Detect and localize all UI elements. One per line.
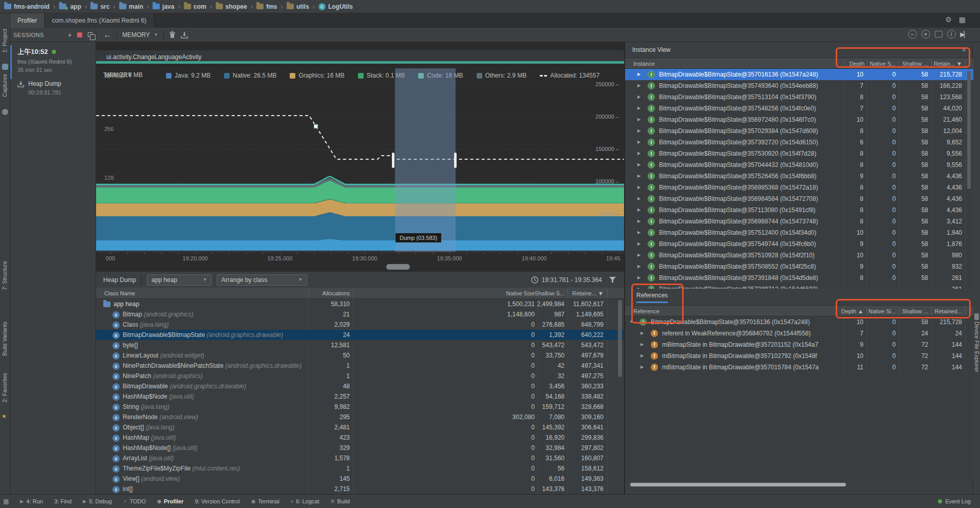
expand-arrow-icon[interactable]: ▶: [637, 238, 640, 250]
table-row[interactable]: cHashMap$Node (java.util)2,257054,168338…: [96, 391, 624, 402]
table-row[interactable]: app heap58,3101,500,2312,499,98411,602,6…: [96, 299, 624, 309]
heap-table-header[interactable]: Class NameAllocationsNative SizeShallow …: [96, 288, 624, 299]
expand-arrow-icon[interactable]: ▶: [637, 137, 640, 148]
table-row[interactable]: cHashMap$Node[] (java.util)329032,984297…: [96, 443, 624, 453]
breadcrumb-item-LogUtils[interactable]: CLogUtils: [318, 3, 353, 10]
selection-handle-right[interactable]: [454, 153, 457, 168]
column-shallow[interactable]: Shallow ...: [902, 58, 928, 69]
table-row[interactable]: cRenderNode (android.view)295302,0807,08…: [96, 412, 624, 422]
refs-splitter-grip[interactable]: •••••: [689, 286, 703, 291]
instance-row[interactable]: ▶IBitmapDrawable$BitmapState@356988744 (…: [625, 216, 973, 227]
expand-arrow-icon[interactable]: ▶: [637, 80, 640, 91]
instance-row[interactable]: ▶IBitmapDrawable$BitmapState@357548256 (…: [625, 103, 973, 114]
table-row[interactable]: cThemeZipFile$MyZipFile (miui.content.re…: [96, 463, 624, 474]
table-row[interactable]: cObject[] (java.lang)2,4810145,392306,64…: [96, 422, 624, 432]
expand-arrow-icon[interactable]: ▶: [637, 103, 640, 114]
statusbar-item-todo[interactable]: ✓TODO: [123, 498, 146, 504]
instance-row[interactable]: ▶IBitmapDrawable$BitmapState@357044432 (…: [625, 159, 973, 171]
table-row[interactable]: cView[] (android.view)14506,016149,363: [96, 474, 624, 484]
reference-row[interactable]: ▶fmBitmapState in BitmapDrawable@3572011…: [625, 339, 973, 350]
statusbar-item-6-logcat[interactable]: ≡6: Logcat: [291, 498, 319, 504]
table-row[interactable]: cNinePatchDrawable$NinePatchState (andro…: [96, 361, 624, 371]
instance-row[interactable]: ▶IBitmapDrawable$BitmapState@357508552 (…: [625, 261, 973, 272]
instance-row[interactable]: ▶IBitmapDrawable$BitmapState@357526456 (…: [625, 171, 973, 182]
expand-arrow-icon[interactable]: ▶: [637, 250, 640, 261]
heap-dump-icon[interactable]: [181, 31, 188, 39]
event-log-button[interactable]: Event Log: [938, 498, 971, 504]
column-retained-size[interactable]: Retaine... ▼: [572, 288, 604, 299]
sidebar-item-1-project[interactable]: 1: Project: [2, 29, 8, 52]
expand-arrow-icon[interactable]: ▼: [629, 316, 633, 328]
statusbar-item-5-debug[interactable]: ▶5: Debug: [83, 498, 112, 504]
stop-session-button[interactable]: [77, 32, 82, 37]
table-row[interactable]: cint[]2,7150143,376143,376: [96, 484, 624, 494]
column-native-size[interactable]: Native Size: [506, 288, 535, 299]
table-row[interactable]: cbyte[]12,5810543,472543,472: [96, 340, 624, 350]
expand-arrow-icon[interactable]: ▶: [637, 227, 640, 238]
expand-arrow-icon[interactable]: ▶: [637, 159, 640, 171]
breadcrumb-item-shopee[interactable]: shopee: [216, 3, 247, 10]
table-row[interactable]: cLinearLayout (android.widget)50033,7504…: [96, 350, 624, 361]
import-session-icon[interactable]: [88, 32, 92, 37]
expand-arrow-icon[interactable]: ▶: [637, 171, 640, 182]
statusbar-item-9-version-control[interactable]: 9: Version Control: [195, 498, 239, 504]
profiler-type-dropdown[interactable]: MEMORY▼: [122, 31, 158, 39]
breadcrumb-item-main[interactable]: main: [119, 3, 143, 10]
expand-arrow-icon[interactable]: ▶: [637, 91, 640, 103]
expand-arrow-icon[interactable]: ▶: [637, 216, 640, 227]
back-arrow-button[interactable]: ←: [103, 30, 111, 40]
toolwindow-toggle-icon[interactable]: ▦: [3, 498, 9, 505]
expand-arrow-icon[interactable]: ▶: [637, 261, 640, 272]
column-depth[interactable]: Depth ▲: [841, 306, 863, 317]
info-icon[interactable]: i: [947, 30, 956, 39]
instance-row[interactable]: ▶IBitmapDrawable$BitmapState@357391848 (…: [625, 272, 973, 284]
instance-row[interactable]: ▶IBitmapDrawable$BitmapState@357113080 (…: [625, 204, 973, 216]
references-hscrollbar[interactable]: [630, 483, 846, 486]
reference-row[interactable]: ▶freferent in WeakReference@356840792 (0…: [625, 328, 973, 339]
trash-icon[interactable]: [169, 31, 176, 39]
heap-dump-selection-range[interactable]: [395, 68, 456, 252]
instance-row[interactable]: ▶IBitmapDrawable$BitmapState@357530920 (…: [625, 148, 973, 159]
instance-table-header[interactable]: InstanceDepthNative S...Shallow ...Retai…: [625, 58, 973, 69]
sidebar-item-7-structure[interactable]: 7: Structure: [2, 261, 8, 290]
column-shallow[interactable]: Shallow ...: [902, 306, 928, 317]
expand-arrow-icon[interactable]: ▶: [640, 362, 644, 373]
go-live-icon[interactable]: ▶▏: [960, 31, 968, 38]
instance-row[interactable]: ▶IBitmapDrawable$BitmapState@357510928 (…: [625, 250, 973, 261]
expand-arrow-icon[interactable]: ▶: [637, 114, 640, 125]
expand-arrow-icon[interactable]: ▶: [637, 272, 640, 284]
instance-row[interactable]: ▶IBitmapDrawable$BitmapState@357029384 (…: [625, 125, 973, 137]
statusbar-item-profiler[interactable]: ◉Profiler: [157, 498, 183, 504]
expand-arrow-icon[interactable]: ▶: [640, 339, 644, 350]
column-allocations[interactable]: Allocations: [323, 288, 350, 299]
table-row[interactable]: cNinePatch (android.graphics)1032497,275: [96, 371, 624, 381]
expand-arrow-icon[interactable]: ▶: [640, 328, 644, 339]
reference-row[interactable]: ▶fmBitmapState in BitmapDrawable@3570157…: [625, 362, 973, 373]
instance-row[interactable]: ▶IBitmapDrawable$BitmapState@356972480 (…: [625, 114, 973, 125]
session-heap-dump-item[interactable]: Heap Dump: [17, 80, 96, 87]
table-row[interactable]: cHashMap (java.util)423016,920299,836: [96, 432, 624, 443]
breadcrumb-item-src[interactable]: src: [90, 3, 109, 10]
heap-table-scrollbar[interactable]: [618, 300, 622, 377]
reference-row[interactable]: ▼IBitmapDrawable$BitmapState@357016136 (…: [625, 316, 973, 328]
filter-icon[interactable]: [609, 277, 616, 283]
instance-row[interactable]: ▶IBitmapDrawable$BitmapState@357513104 (…: [625, 91, 973, 103]
breadcrumb-item-fms[interactable]: fms: [256, 3, 277, 10]
column-retained[interactable]: Retained...: [935, 306, 962, 317]
statusbar-item-build[interactable]: ⚙Build: [330, 498, 350, 504]
zoom-out-icon[interactable]: −: [908, 30, 917, 39]
instance-row[interactable]: ▶IBitmapDrawable$BitmapState@357549744 (…: [625, 238, 973, 250]
selection-handle-left[interactable]: [392, 153, 394, 168]
instance-row[interactable]: ▶IBitmapDrawable$BitmapState@357016136 (…: [625, 69, 973, 80]
column-reference[interactable]: Reference: [633, 306, 659, 317]
table-row[interactable]: cBitmapDrawable$BitmapState (android.gra…: [96, 330, 624, 340]
instance-row[interactable]: ▶IBitmapDrawable$BitmapState@356985368 (…: [625, 182, 973, 193]
expand-arrow-icon[interactable]: ▶: [637, 182, 640, 193]
arrange-dropdown[interactable]: Arrange by class▼: [217, 274, 307, 286]
session-item[interactable]: 上午10:52: [17, 46, 96, 56]
instance-row[interactable]: ▶IBitmapDrawable$BitmapState@357389712 (…: [625, 284, 973, 289]
expand-arrow-icon[interactable]: ▶: [640, 350, 644, 362]
gear-icon[interactable]: ⚙: [945, 15, 952, 24]
table-row[interactable]: cBitmapDrawable (android.graphics.drawab…: [96, 381, 624, 391]
table-row[interactable]: cString (java.lang)9,9820159,712328,668: [96, 402, 624, 412]
